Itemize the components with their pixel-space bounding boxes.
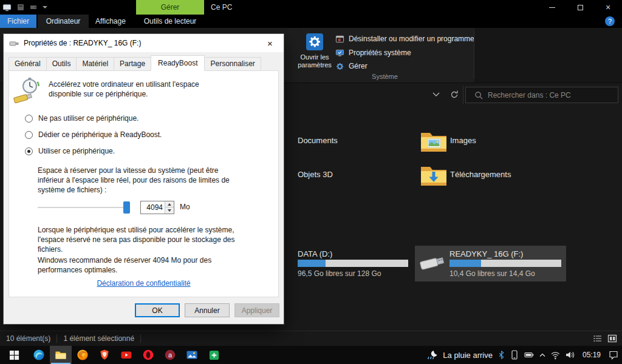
uninstall-program-button[interactable]: Désinstaller ou modifier un programme [335, 33, 474, 45]
taskbar-clock[interactable]: 05:19 [580, 351, 603, 359]
edge-icon [33, 349, 45, 361]
green-app-taskbar-button[interactable] [203, 346, 225, 364]
drive-f-capacity-bar [449, 260, 561, 267]
drive-d-free-space: 96,5 Go libres sur 128 Go [298, 269, 381, 278]
drive-d-capacity-bar [298, 260, 408, 267]
radio-label: Dédier ce périphérique à ReadyBoost. [38, 130, 162, 140]
edge-taskbar-button[interactable] [28, 346, 50, 364]
readyboost-properties-dialog: Propriétés de : READYKY_ 16G (F:) × Géné… [3, 33, 284, 325]
drive-f-name: READYKY_ 16G (F:) [449, 249, 523, 258]
app-window-icon [2, 3, 12, 12]
drive-d-name[interactable]: DATA (D:) [298, 249, 332, 258]
notifications-icon[interactable] [609, 350, 618, 360]
space-value-input[interactable] [141, 201, 165, 214]
letter-a-app-taskbar-button[interactable]: a [159, 346, 181, 364]
battery-icon[interactable] [524, 350, 534, 360]
ribbon-separator [474, 30, 474, 79]
qat-customize-caret-icon[interactable] [43, 6, 47, 8]
photos-taskbar-button[interactable] [181, 346, 203, 364]
folder-telechargements[interactable]: Téléchargements [450, 170, 511, 179]
volume-icon[interactable] [566, 351, 575, 359]
ribbon-empty-area [474, 28, 622, 83]
phone-icon[interactable] [510, 350, 519, 360]
file-explorer-taskbar-button[interactable] [50, 346, 72, 364]
chevron-up-icon[interactable] [539, 353, 545, 357]
weather-widget[interactable]: La pluie arrive [426, 349, 493, 360]
photos-icon [186, 349, 198, 361]
tab-outils-de-lecteur[interactable]: Outils de lecteur [136, 15, 204, 28]
tab-materiel[interactable]: Matériel [76, 57, 114, 71]
drive-f-capacity-fill [449, 260, 481, 267]
status-bar: 10 élément(s) 1 élément sélectionné [0, 331, 622, 346]
tab-readyboost[interactable]: ReadyBoost [151, 55, 205, 71]
downloads-folder-icon[interactable] [420, 164, 448, 187]
large-icons-view-icon[interactable] [607, 334, 617, 343]
cancel-button[interactable]: Annuler [185, 303, 230, 317]
qat-drive-icon[interactable] [30, 4, 37, 11]
qat-properties-icon[interactable] [17, 4, 24, 11]
dialog-titlebar: Propriétés de : READYKY_ 16G (F:) × [4, 34, 284, 52]
quick-access-toolbar [2, 0, 47, 15]
refresh-icon[interactable] [449, 90, 459, 99]
youtube-taskbar-button[interactable] [115, 346, 137, 364]
address-dropdown-chevron-icon[interactable] [432, 92, 440, 97]
slider-thumb[interactable] [123, 201, 130, 214]
spin-up-button[interactable] [165, 201, 174, 207]
uninstall-label: Désinstaller ou modifier un programme [349, 35, 474, 43]
space-spinbox [140, 201, 174, 214]
bluetooth-icon[interactable] [498, 350, 505, 360]
network-icon[interactable] [551, 351, 560, 360]
tab-outils[interactable]: Outils [46, 57, 77, 71]
radio-dedier-readyboost[interactable]: Dédier ce périphérique à ReadyBoost. [25, 130, 278, 140]
maximize-button[interactable] [566, 0, 594, 15]
opera-taskbar-button[interactable] [137, 346, 159, 364]
svg-text:a: a [168, 351, 173, 359]
search-input[interactable] [466, 87, 618, 103]
letter-a-app-icon: a [164, 349, 176, 361]
firefox-taskbar-button[interactable] [72, 346, 94, 364]
readyboost-note-1: Lorsque le périphérique est utilisé pour… [38, 226, 239, 254]
brave-taskbar-button[interactable] [94, 346, 115, 364]
dialog-drive-icon [9, 39, 19, 47]
tab-partage[interactable]: Partage [114, 57, 151, 71]
radio-utiliser-peripherique[interactable]: Utiliser ce périphérique. [25, 147, 278, 157]
tab-personnaliser[interactable]: Personnaliser [204, 57, 261, 71]
folder-images[interactable]: Images [450, 136, 476, 145]
usb-drive-icon [418, 249, 447, 277]
readyboost-intro-text: Accélérez votre ordinateur en utilisant … [49, 80, 226, 104]
radio-ne-pas-utiliser[interactable]: Ne pas utiliser ce périphérique. [25, 114, 278, 124]
tab-affichage[interactable]: Affichage [90, 15, 131, 28]
space-slider[interactable] [38, 201, 130, 214]
dialog-buttons: OK Annuler Appliquer [4, 297, 284, 317]
spin-down-button[interactable] [165, 207, 174, 214]
spin-up-icon [168, 203, 171, 206]
start-button[interactable] [0, 346, 28, 364]
drive-f-tile-selected[interactable]: READYKY_ 16G (F:) 10,4 Go libres sur 14,… [415, 246, 566, 281]
apply-button[interactable]: Appliquer [234, 303, 279, 317]
dialog-close-button[interactable]: × [256, 34, 284, 52]
opera-icon [142, 349, 154, 361]
system-properties-button[interactable]: Propriétés système [335, 47, 411, 59]
minimize-button[interactable] [538, 0, 566, 15]
firefox-icon [77, 349, 89, 361]
file-explorer-icon [55, 349, 67, 361]
drive-d-capacity-fill [298, 260, 326, 267]
tab-ordinateur[interactable]: Ordinateur [38, 15, 89, 28]
close-button[interactable]: × [594, 0, 622, 15]
tab-fichier[interactable]: Fichier [0, 15, 36, 28]
weather-moon-rain-icon [426, 349, 439, 360]
ok-button[interactable]: OK [135, 303, 180, 317]
radio-circle-icon [25, 115, 33, 123]
drive-f-free-space: 10,4 Go libres sur 14,4 Go [449, 269, 535, 278]
privacy-link[interactable]: Déclaration de confidentialité [97, 279, 190, 289]
tab-general[interactable]: Général [9, 57, 47, 71]
search-box [465, 87, 618, 103]
help-icon[interactable]: ? [605, 16, 615, 26]
details-view-icon[interactable] [593, 334, 603, 343]
folder-objets-3d[interactable]: Objets 3D [298, 170, 333, 179]
images-folder-icon[interactable] [420, 130, 448, 153]
manage-button[interactable]: Gérer [335, 60, 367, 72]
drive-tools-badge: Gérer [136, 0, 204, 15]
folder-documents[interactable]: Documents [298, 136, 338, 145]
open-settings-label: Ouvrir les paramètres [296, 53, 333, 69]
